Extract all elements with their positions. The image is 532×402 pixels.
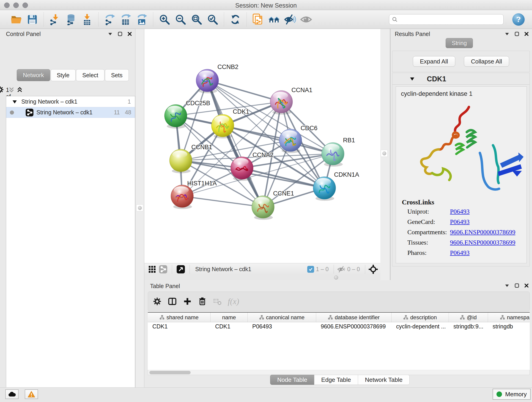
bottom-splitter-grip[interactable] <box>334 275 338 280</box>
zoom-out-button[interactable] <box>174 13 187 26</box>
node-CCNE1[interactable]: CCNE1 <box>252 190 294 220</box>
float-panel-icon[interactable] <box>108 32 113 36</box>
open-session-button[interactable] <box>10 13 23 26</box>
maximize-panel-icon[interactable] <box>515 32 519 36</box>
scrollbar-thumb[interactable] <box>149 371 191 374</box>
table-cell[interactable]: 9606.ENSP00000378699 <box>316 322 392 331</box>
delete-column-icon[interactable] <box>198 297 207 306</box>
window-title: Session: New Session <box>0 2 532 9</box>
expand-all-button[interactable]: Expand All <box>413 56 455 67</box>
tab-edge-table[interactable]: Edge Table <box>314 375 358 385</box>
float-panel-icon[interactable] <box>505 32 510 36</box>
close-panel-icon[interactable] <box>524 32 529 36</box>
search-input[interactable] <box>398 16 500 23</box>
tab-select[interactable]: Select <box>76 69 104 81</box>
close-panel-icon[interactable] <box>127 32 132 36</box>
cloud-status-button[interactable] <box>5 389 19 399</box>
import-network-button[interactable] <box>49 13 61 26</box>
close-panel-icon[interactable] <box>524 283 529 288</box>
tab-network-table[interactable]: Network Table <box>358 375 410 385</box>
node-CCNB1[interactable]: CCNB1 <box>170 144 212 173</box>
network-collection-row[interactable]: String Network – cdk1 1 <box>6 96 135 107</box>
add-column-icon[interactable] <box>183 297 192 306</box>
node-CCNA1[interactable]: CCNA1 <box>270 87 312 115</box>
collapse-all-button[interactable]: Collapse All <box>464 56 509 67</box>
edge-CCNB2-CCNE1[interactable] <box>207 80 263 207</box>
export-image-button[interactable] <box>135 13 148 26</box>
table-cell[interactable]: stringdb <box>488 322 530 331</box>
expand-all-icon[interactable] <box>17 87 23 93</box>
column-header-name[interactable]: name <box>210 313 248 322</box>
table-horizontal-scrollbar[interactable] <box>148 370 530 375</box>
network-graph[interactable]: CCNB2CCNA1CDC25BCDK1CDC6RB1CCNB1CCNA2CDK… <box>144 29 380 263</box>
crosslink-link[interactable]: P06493 <box>450 218 470 225</box>
node-RB1[interactable]: RB1 <box>322 137 355 167</box>
warning-status-button[interactable] <box>25 389 38 399</box>
show-grid-button[interactable] <box>147 264 157 274</box>
tab-network[interactable]: Network <box>17 69 50 81</box>
node-HIST1H1A[interactable]: HIST1H1A <box>171 180 217 209</box>
right-splitter-grip[interactable] <box>381 150 388 157</box>
network-options-gear-icon[interactable] <box>0 86 4 94</box>
table-cell[interactable]: CDK1 <box>148 322 210 331</box>
crosslink-link[interactable]: P06493 <box>450 249 470 256</box>
crosslink-link[interactable]: 9606.ENSP00000378699 <box>450 239 515 246</box>
section-collapse-icon[interactable] <box>409 77 415 81</box>
grid-icon <box>148 265 156 273</box>
table-settings-gear-icon[interactable] <box>152 297 162 306</box>
network-canvas[interactable]: CCNB2CCNA1CDC25BCDK1CDC6RB1CCNB1CCNA2CDK… <box>144 29 380 263</box>
memory-button[interactable]: Memory <box>493 389 531 400</box>
column-header-@id[interactable]: @id <box>449 313 488 322</box>
maximize-panel-icon[interactable] <box>118 32 122 36</box>
string-home-button[interactable] <box>268 13 280 26</box>
node-CDKN1A[interactable]: CDKN1A <box>313 171 359 201</box>
zoom-selected-button[interactable] <box>206 13 219 26</box>
zoom-fit-button[interactable] <box>190 13 203 26</box>
tab-node-table[interactable]: Node Table <box>270 375 314 385</box>
tab-style[interactable]: Style <box>51 69 76 81</box>
hidden-eye-icon[interactable] <box>337 265 345 274</box>
string-glass-effect-button[interactable] <box>284 13 297 26</box>
node-CDK1[interactable]: CDK1 <box>211 108 249 138</box>
maximize-panel-icon[interactable] <box>515 283 519 288</box>
show-graphics-details-button[interactable] <box>300 13 312 26</box>
show-columns-icon[interactable] <box>168 297 177 306</box>
tab-sets[interactable]: Sets <box>105 69 129 81</box>
table-cell[interactable]: cyclin-dependent ... <box>392 322 449 331</box>
network-share-button[interactable] <box>158 264 168 274</box>
export-table-button[interactable] <box>119 13 132 26</box>
left-splitter[interactable] <box>135 29 144 387</box>
refresh-network-button[interactable] <box>229 13 242 26</box>
import-network-from-database-button[interactable] <box>65 13 77 26</box>
column-header-canonical-name[interactable]: canonical name <box>248 313 316 322</box>
zoom-in-button[interactable] <box>158 13 171 26</box>
right-splitter[interactable] <box>380 29 390 280</box>
column-header-description[interactable]: description <box>392 313 449 322</box>
crosslink-link[interactable]: 9606.ENSP00000378699 <box>450 229 515 236</box>
column-header-database-identifier[interactable]: database identifier <box>316 313 392 322</box>
table-cell[interactable]: stringdb:9... <box>449 322 488 331</box>
birds-eye-view-button[interactable] <box>176 264 186 274</box>
edge-HIST1H1A-CCNE1[interactable] <box>182 196 263 207</box>
node-CCNB2[interactable]: CCNB2 <box>196 64 239 93</box>
column-header-shared-name[interactable]: shared name <box>148 313 210 322</box>
network-row-selected[interactable]: String Network – cdk1 11 48 <box>6 107 135 118</box>
table-row[interactable]: CDK1CDK1P064939606.ENSP00000378699cyclin… <box>148 322 530 331</box>
save-session-button[interactable] <box>26 13 39 26</box>
crosshair-icon[interactable] <box>368 264 378 274</box>
table-cell[interactable]: CDK1 <box>210 322 248 331</box>
collapse-all-icon[interactable] <box>8 87 15 93</box>
selected-checkbox-icon[interactable] <box>307 266 314 273</box>
gene-section-header[interactable]: CDK1 <box>393 73 530 85</box>
export-network-button[interactable] <box>103 13 116 26</box>
left-splitter-grip[interactable] <box>136 204 143 211</box>
column-header-namespace[interactable]: namespace <box>488 313 530 322</box>
float-panel-icon[interactable] <box>505 283 510 288</box>
string-import-button[interactable] <box>252 13 264 26</box>
tab-string[interactable]: String <box>446 38 473 48</box>
table-cell[interactable]: P06493 <box>248 322 316 331</box>
tree-expand-icon[interactable] <box>12 100 17 104</box>
help-button[interactable]: ? <box>512 13 525 26</box>
import-table-button[interactable] <box>81 13 94 26</box>
crosslink-link[interactable]: P06493 <box>450 208 470 215</box>
